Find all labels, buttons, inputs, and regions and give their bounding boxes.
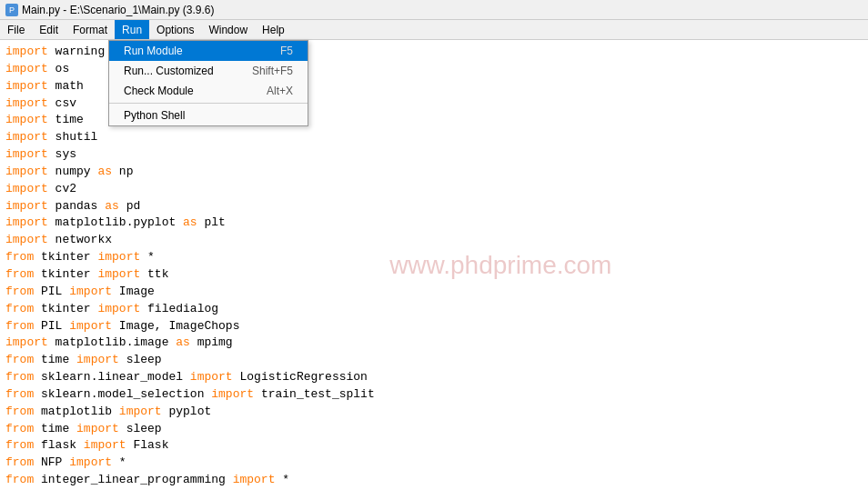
window-title: Main.py - E:\Scenario_1\Main.py (3.9.6) [22, 4, 214, 16]
code-line-7: import sys [5, 146, 863, 164]
menu-edit[interactable]: Edit [32, 20, 66, 39]
menu-run-module[interactable]: Run Module F5 [109, 41, 308, 61]
python-shell-label: Python Shell [124, 109, 185, 122]
code-line-15: from PIL import Image [5, 284, 863, 301]
run-module-label: Run Module [124, 45, 183, 57]
code-line-23: from time import sleep [5, 421, 863, 438]
code-line-11: import matplotlib.pyplot as plt [5, 215, 863, 232]
app-icon: P [5, 4, 18, 16]
code-line-8: import numpy as np [5, 164, 863, 181]
menu-help[interactable]: Help [255, 20, 292, 39]
code-line-14: from tkinter import ttk [5, 266, 863, 284]
menu-check-module[interactable]: Check Module Alt+X [109, 81, 308, 101]
check-module-label: Check Module [124, 85, 194, 97]
menu-window[interactable]: Window [201, 20, 255, 39]
code-line-25: from NFP import * [5, 455, 863, 472]
code-line-18: import matplotlib.image as mpimg [5, 335, 863, 352]
title-bar: P Main.py - E:\Scenario_1\Main.py (3.9.6… [0, 0, 868, 20]
code-line-17: from PIL import Image, ImageChops [5, 318, 863, 335]
code-line-13: from tkinter import * [5, 249, 863, 266]
run-customized-label: Run... Customized [124, 65, 214, 77]
code-line-21: from sklearn.model_selection import trai… [5, 386, 863, 404]
menu-options[interactable]: Options [149, 20, 201, 39]
code-line-22: from matplotlib import pyplot [5, 404, 863, 421]
menu-run-customized[interactable]: Run... Customized Shift+F5 [109, 61, 308, 81]
run-module-shortcut: F5 [280, 45, 293, 57]
menu-bar: File Edit Format Run Options Window Help [0, 20, 868, 40]
code-line-24: from flask import Flask [5, 437, 863, 455]
menu-file[interactable]: File [0, 20, 32, 39]
check-module-shortcut: Alt+X [267, 85, 293, 97]
menu-run[interactable]: Run [115, 20, 149, 39]
code-line-12: import networkx [5, 232, 863, 249]
menu-format[interactable]: Format [66, 20, 115, 39]
menu-separator [109, 103, 308, 104]
code-line-10: import pandas as pd [5, 198, 863, 215]
menu-python-shell[interactable]: Python Shell [109, 105, 308, 125]
code-line-26: from integer_linear_programming import * [5, 472, 863, 489]
run-customized-shortcut: Shift+F5 [252, 65, 293, 77]
code-line-9: import cv2 [5, 181, 863, 198]
dropdown-menu: Run Module F5 Run... Customized Shift+F5… [108, 40, 308, 126]
code-line-19: from time import sleep [5, 352, 863, 369]
code-line-20: from sklearn.linear_model import Logisti… [5, 369, 863, 386]
run-dropdown: Run Module F5 Run... Customized Shift+F5… [108, 40, 308, 126]
code-line-16: from tkinter import filedialog [5, 301, 863, 318]
code-line-6: import shutil [5, 129, 863, 146]
